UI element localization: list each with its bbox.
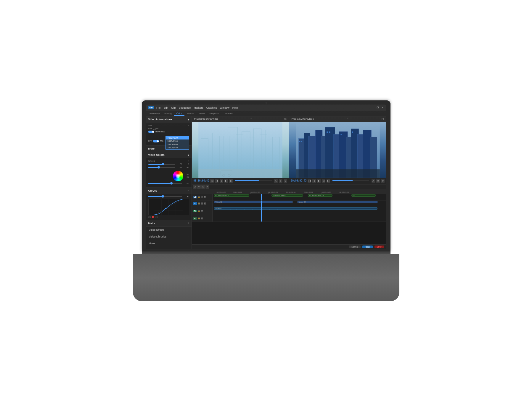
timeline-tool-1[interactable]: ⬡ [193,185,197,189]
nav-more[interactable]: More › [146,240,192,247]
tab-graphics[interactable]: Graphics [207,112,221,116]
slider-value-1: 72 [176,163,182,165]
timecode-after: 00:00:05:45 [291,179,307,182]
res-option-0[interactable]: 7680x4320 [166,136,189,139]
play-start-btn[interactable]: |◀ [210,179,214,183]
status-normal-btn[interactable]: Normal [349,246,361,248]
lock-icon-v1[interactable]: 🔒 [198,202,200,205]
slider-fill-1 [148,164,163,165]
tab-effects[interactable]: Effects [184,112,196,116]
minimize-button[interactable]: — [372,106,375,109]
svg-text:00:00:07:00: 00:00:07:00 [339,191,349,193]
video-colors-header[interactable]: Video Colors ▾ [146,152,192,158]
menu-edit[interactable]: Edit [164,106,168,109]
track-v2: V2 🔒 👁 M [192,194,386,200]
color-wheel-inner [176,174,180,178]
clip-fx-1[interactable]: Fx Adjst Layer 02 [214,194,249,197]
menu-sequence[interactable]: Sequence [179,106,191,109]
timeline-tool-2[interactable]: ✂ [197,185,201,189]
slider-track-1[interactable] [148,164,175,165]
monitor-before-controls: 00:00:00:45 |◀ ◀ ▶ ▶| ▶| A [192,178,289,184]
prev-frame-btn-after[interactable]: ◀ [312,179,316,183]
mute-icon-v2[interactable]: M [204,196,206,198]
play-btn-after[interactable]: ▶ [317,179,321,183]
menu-clip[interactable]: Clip [171,106,176,109]
play-head-before[interactable] [235,180,271,181]
clip-fx-4[interactable]: Fx [351,194,376,197]
content-area: Pragram(Before):Video ≡ Fit [192,116,386,249]
lock-icon-a1[interactable]: 🔒 [198,210,200,212]
nav-video-libraries[interactable]: Video Libraries › [146,233,192,240]
timeline-tool-4[interactable]: ✦ [205,185,209,189]
prev-frame-btn[interactable]: ◀ [215,179,218,183]
curve-slider[interactable] [148,196,182,197]
clip-v1-1[interactable]: Video 02 [214,201,292,203]
close-button[interactable]: ✕ [381,106,384,109]
play-head-after[interactable] [332,180,369,181]
status-bar: Normal Focus Error [192,244,386,249]
settings-btn-before[interactable]: ⚙ [284,179,287,183]
playhead-v1 [261,200,262,207]
menu-window[interactable]: Window [220,106,229,109]
clip-fx-2[interactable]: Fx Adjst Layer 03 [271,194,303,197]
status-focus-btn[interactable]: Focus [362,246,373,248]
play-start-btn-after[interactable]: |◀ [308,179,311,183]
mute-icon-a1[interactable]: M [201,210,203,212]
slider-track-2[interactable] [148,167,175,168]
play-end-btn[interactable]: ▶| [229,179,233,183]
res-option-2[interactable]: 3840x1800 [166,143,189,146]
indicator-black [148,216,151,218]
slider-thumb-2 [157,166,160,169]
settings-btn-after[interactable]: ⚙ [381,179,385,183]
res-option-3[interactable]: 3440x1440 [166,146,189,149]
matte-header[interactable]: Matte ≡ [146,220,192,226]
resolution-selector: 8/4K (Q)HD 7680x4320 [148,127,189,142]
lock-icon-a2[interactable]: 🔒 [198,217,200,219]
lock-icon-v2[interactable]: 🔒 [198,196,200,198]
mark-in-btn[interactable]: A [274,179,278,183]
maximize-button[interactable]: ❐ [376,106,379,109]
res-option-1[interactable]: 3840x2160 [166,139,189,143]
svg-point-7 [165,208,166,209]
slider-track-4[interactable] [148,183,182,184]
mark-out-btn-after[interactable]: ⊕ [376,179,380,183]
mute-icon-a2[interactable]: M [201,217,203,219]
tab-libraries[interactable]: Libraries [221,112,235,116]
next-frame-btn-after[interactable]: ▶| [322,179,325,183]
svg-rect-41 [301,141,302,142]
status-error-btn[interactable]: Error [375,246,384,248]
curves-header[interactable]: Curves ≡ [146,188,192,194]
resolution-toggle[interactable] [148,131,154,133]
tab-audio[interactable]: Audio [196,112,207,116]
play-end-btn-after[interactable]: ▶| [327,179,330,183]
monitor-before-fit: Fit [284,118,287,120]
svg-rect-46 [296,169,380,177]
clip-v1-2[interactable]: Video 02 [298,201,377,203]
chevron-down-icon: ▾ [188,118,189,121]
timeline-tool-3[interactable]: ⬡ [201,185,205,189]
mark-out-btn[interactable]: ⊕ [279,179,282,183]
mark-in-btn-after[interactable]: A [372,179,375,183]
next-frame-btn[interactable]: ▶| [224,179,228,183]
video-info-header[interactable]: Video Informations ▾ [146,116,192,123]
clip-a1-1[interactable]: Audio 02 [214,207,377,210]
tab-color[interactable]: Color [174,111,184,116]
eye-icon-v2[interactable]: 👁 [201,196,203,198]
tab-assembly[interactable]: Assembly [147,112,162,116]
menu-help[interactable]: Help [232,106,238,109]
nav-video-effects[interactable]: Video Effects › [146,227,192,233]
menu-graphics[interactable]: Graphics [206,106,217,109]
menu-markers[interactable]: Markers [194,106,203,109]
play-btn[interactable]: ▶ [220,179,223,183]
mute-icon-v1[interactable]: M [204,202,206,205]
eye-icon-v1[interactable]: 👁 [201,202,203,205]
monitor-after-title: Pragram(After):Video [292,118,314,120]
video-colors-content: Wheels ≡ 72 0 [146,158,192,187]
fps-toggle[interactable] [153,140,159,142]
color-wheel[interactable] [173,171,183,181]
menu-file[interactable]: File [156,106,161,109]
clip-fx-3[interactable]: Px Adjust Layer 04 [308,194,332,197]
tab-editing[interactable]: Editing [162,112,174,116]
svg-text:00:00:03:00: 00:00:03:00 [268,191,278,193]
slider-value-4: 100 [183,182,189,185]
